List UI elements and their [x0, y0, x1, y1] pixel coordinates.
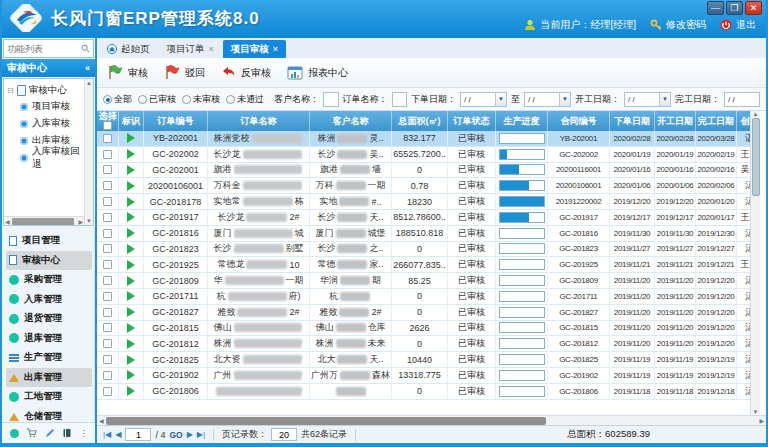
- sidebar-item-8[interactable]: 工地管理: [6, 387, 92, 407]
- radio-2[interactable]: 未审核: [182, 93, 220, 106]
- change-password-button[interactable]: 修改密码: [650, 18, 706, 32]
- close-button[interactable]: ✕: [745, 1, 762, 15]
- row-checkbox[interactable]: [103, 260, 112, 269]
- customer-name-input[interactable]: [323, 92, 339, 107]
- column-header-4[interactable]: 客户名称: [310, 111, 392, 131]
- radio-0[interactable]: 全部: [103, 93, 132, 106]
- column-header-1[interactable]: 标识: [119, 111, 144, 131]
- book-icon[interactable]: [62, 428, 72, 438]
- column-header-12[interactable]: 创建人: [737, 111, 750, 131]
- logout-button[interactable]: 退出: [720, 18, 756, 32]
- table-row[interactable]: GC-201711杭府)杭0已审核GC-2017112019/11/202019…: [97, 289, 750, 305]
- table-row[interactable]: GC-201823长沙别墅长沙之..0已审核GC-2018232019/11/2…: [97, 242, 750, 258]
- row-checkbox[interactable]: [103, 323, 112, 332]
- select-all-checkbox[interactable]: [103, 121, 112, 130]
- sidebar-item-1[interactable]: 审核中心: [6, 251, 92, 271]
- page-size-input[interactable]: [271, 428, 297, 441]
- tab-2[interactable]: 项目审核×: [223, 40, 286, 58]
- table-row[interactable]: GC-2018060已审核GC-2018062019/11/182019/11/…: [97, 384, 750, 400]
- function-search-input[interactable]: [7, 44, 81, 54]
- sidebar-item-9[interactable]: 仓储管理: [6, 407, 92, 423]
- next-page-button[interactable]: ▶: [187, 430, 193, 439]
- hscroll-thumb[interactable]: [106, 417, 546, 425]
- column-header-7[interactable]: 生产进度: [496, 111, 548, 131]
- last-page-button[interactable]: ▶|: [197, 430, 205, 439]
- minimize-button[interactable]: —: [707, 1, 724, 15]
- overflow-menu-icon[interactable]: ⋮: [80, 429, 88, 438]
- tab-close-icon[interactable]: ×: [209, 44, 214, 54]
- radio-1[interactable]: 已审核: [138, 93, 176, 106]
- tree-item-1[interactable]: 入库审核: [7, 115, 84, 132]
- column-header-9[interactable]: 下单日期: [610, 111, 655, 131]
- table-row[interactable]: YB-202001株洲党校株洲灵..832.177已审核YB-202001202…: [97, 131, 750, 147]
- tree-horizontal-scrollbar[interactable]: ◀▶: [4, 216, 84, 225]
- row-checkbox[interactable]: [103, 165, 112, 174]
- table-row[interactable]: GC-202001旗港旗港墙0已审核202001160012020/01/162…: [97, 163, 750, 179]
- tree-item-0[interactable]: 项目审核: [7, 98, 84, 115]
- table-row[interactable]: GC-201925常德龙10常德家..266077.835..已审核GC-201…: [97, 257, 750, 273]
- row-checkbox[interactable]: [103, 197, 112, 206]
- radio-3[interactable]: 未通过: [226, 93, 264, 106]
- table-row[interactable]: 20200106001万科金万科一期0.78已审核202001060012020…: [97, 178, 750, 194]
- table-row[interactable]: GC-201917长沙龙2#长沙天..8512.78600..已审核GC-201…: [97, 210, 750, 226]
- sidebar-item-2[interactable]: 采购管理: [6, 270, 92, 290]
- tree-root-audit-center[interactable]: ⊟ 审核中心: [7, 82, 84, 98]
- row-checkbox[interactable]: [103, 213, 112, 222]
- toolbar-button-0[interactable]: 审核: [107, 65, 148, 80]
- toolbar-button-2[interactable]: 反审核: [221, 66, 271, 80]
- module-dot-icon[interactable]: [10, 429, 19, 438]
- row-checkbox[interactable]: [103, 150, 112, 159]
- row-checkbox[interactable]: [103, 181, 112, 190]
- column-header-3[interactable]: 订单名称: [208, 111, 310, 131]
- page-number-input[interactable]: [125, 428, 151, 441]
- table-row[interactable]: GC-2018178实地常栋实地#..18230已审核2019122000220…: [97, 194, 750, 210]
- cart-icon[interactable]: [26, 428, 37, 438]
- row-checkbox[interactable]: [103, 387, 112, 396]
- table-row[interactable]: GC-201902广州广州万森林13318.775已审核GC-201902201…: [97, 368, 750, 384]
- order-date-from-input[interactable]: / /▼: [460, 92, 507, 107]
- row-checkbox[interactable]: [103, 229, 112, 238]
- column-header-0[interactable]: 选择: [97, 111, 119, 131]
- prev-page-button[interactable]: ◀: [115, 430, 121, 439]
- maximize-button[interactable]: ❐: [726, 1, 743, 15]
- collapse-sidebar-icon[interactable]: «: [85, 63, 90, 73]
- column-header-8[interactable]: 合同编号: [548, 111, 610, 131]
- sidebar-item-4[interactable]: 退货管理: [6, 309, 92, 329]
- table-row[interactable]: GC-202002长沙龙长沙吴..65525.7200..已审核GC-20200…: [97, 147, 750, 163]
- table-vertical-scrollbar[interactable]: ▲▼: [750, 111, 760, 415]
- sidebar-item-3[interactable]: 入库管理: [6, 290, 92, 310]
- order-date-to-input[interactable]: / /▼: [524, 92, 571, 107]
- row-checkbox[interactable]: [103, 371, 112, 380]
- vscroll-thumb[interactable]: [752, 118, 760, 196]
- sidebar-item-6[interactable]: 生产管理: [6, 348, 92, 368]
- row-checkbox[interactable]: [103, 134, 112, 143]
- tab-0[interactable]: 起始页: [99, 40, 158, 58]
- tab-1[interactable]: 项目订单×: [159, 40, 222, 58]
- table-row[interactable]: GC-201812株洲株洲未来0已审核GC-2018122019/11/2020…: [97, 336, 750, 352]
- toolbar-button-1[interactable]: 驳回: [164, 65, 205, 80]
- sidebar-item-0[interactable]: 项目管理: [6, 231, 92, 251]
- tree-vertical-scrollbar[interactable]: ▲▼: [84, 79, 93, 225]
- table-row[interactable]: GC-201809华一期华润期85.25已审核GC-2018092019/11/…: [97, 273, 750, 289]
- column-header-2[interactable]: 订单编号: [144, 111, 208, 131]
- column-header-11[interactable]: 完工日期: [696, 111, 737, 131]
- column-header-5[interactable]: 总面积(㎡): [392, 111, 448, 131]
- row-checkbox[interactable]: [103, 339, 112, 348]
- table-row[interactable]: GC-201816厦门城厦门城堡188510.818已审核GC-20181620…: [97, 226, 750, 242]
- sidebar-item-5[interactable]: 退库管理: [6, 329, 92, 349]
- tab-close-icon[interactable]: ×: [273, 44, 278, 54]
- go-button[interactable]: GO: [169, 430, 182, 440]
- table-row[interactable]: GC-201815佛山佛山仓库2626已审核GC-2018152019/11/2…: [97, 321, 750, 337]
- finish-date-input[interactable]: / /: [724, 92, 760, 107]
- column-header-6[interactable]: 订单状态: [448, 111, 496, 131]
- row-checkbox[interactable]: [103, 308, 112, 317]
- sidebar-item-7[interactable]: 出库管理: [6, 368, 92, 388]
- column-header-10[interactable]: 开工日期: [655, 111, 696, 131]
- table-row[interactable]: GC-201827雅致2#雅致2#0已审核GC-2018272019/11/20…: [97, 305, 750, 321]
- table-horizontal-scrollbar[interactable]: ◀▶: [97, 415, 766, 425]
- table-row[interactable]: GC-201825北大资北大天..10440已审核GC-2018252019/1…: [97, 352, 750, 368]
- pencil-icon[interactable]: [45, 428, 55, 438]
- row-checkbox[interactable]: [103, 244, 112, 253]
- first-page-button[interactable]: |◀: [103, 430, 111, 439]
- row-checkbox[interactable]: [103, 355, 112, 364]
